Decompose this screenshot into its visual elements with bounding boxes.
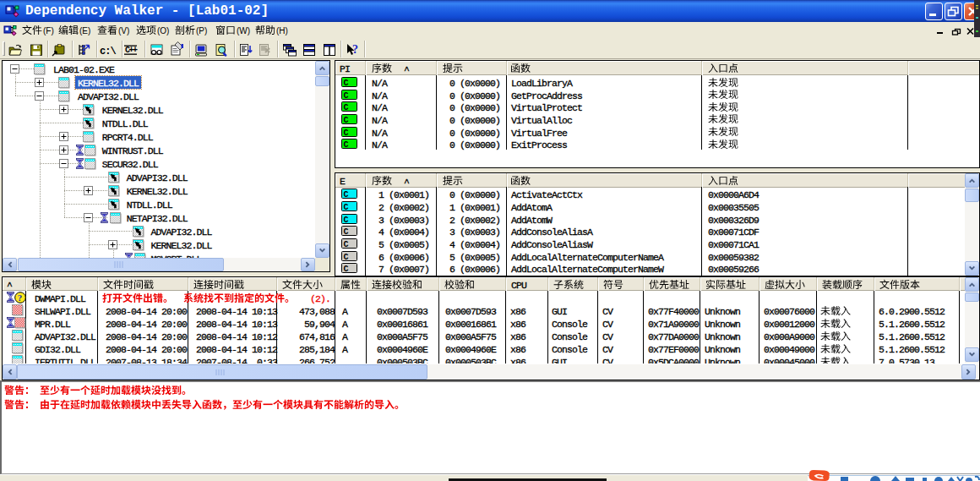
svg-text:C: C [344, 265, 349, 274]
svg-text:C: C [344, 128, 349, 137]
svg-text:C: C [344, 252, 349, 261]
svg-text:?: ? [18, 292, 23, 303]
svg-text:C: C [344, 240, 349, 249]
svg-text:C: C [344, 79, 349, 88]
svg-text:C: C [344, 90, 349, 100]
svg-text:C: C [344, 103, 349, 112]
svg-text:C++: C++ [125, 46, 138, 55]
svg-text:C: C [344, 115, 349, 124]
svg-text:C: C [344, 203, 349, 212]
svg-text:?: ? [352, 43, 358, 56]
svg-text:C: C [344, 215, 349, 224]
svg-text:C: C [344, 140, 349, 150]
svg-text:C: C [344, 227, 349, 237]
svg-text:c:\: c:\ [100, 46, 116, 57]
svg-text:C: C [344, 190, 349, 200]
